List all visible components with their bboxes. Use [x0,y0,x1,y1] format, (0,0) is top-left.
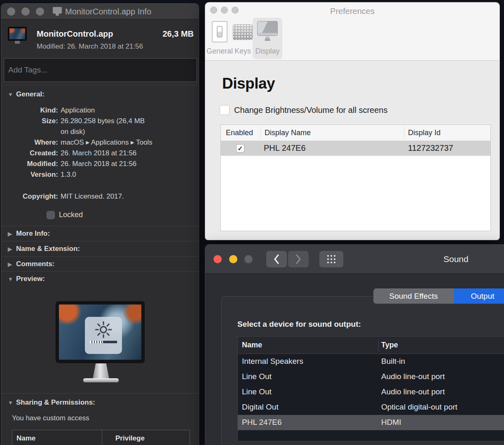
kv-label: Version: [1,169,58,180]
display-name-cell: PHL 247E6 [264,143,306,153]
brightness-osd [85,317,122,354]
info-titlebar: MonitorControl.app Info [1,4,199,19]
output-prompt: Select a device for sound output: [237,320,361,329]
locked-label: Locked [59,211,83,219]
output-table-header: Name Type [238,337,504,354]
app-modified-line: Modified: 26. March 2018 at 21:56 [37,42,143,51]
toolbar-item-display[interactable]: Display [253,18,282,59]
back-button[interactable] [266,251,287,267]
forward-button[interactable] [288,251,309,267]
tab-sound-effects[interactable]: Sound Effects [373,288,454,304]
column-divider [378,339,379,352]
divider [1,393,199,393]
device-type-cell: Built-in [381,357,405,366]
brightness-sun-icon [95,321,112,338]
tab-output[interactable]: Output [454,288,504,304]
kv-value: MIT Licensed. 2017. [61,191,124,202]
table-row[interactable]: Digital Out Optical digital-out port [238,400,504,415]
table-row-selected[interactable]: PHL 247E6 HDMI [238,415,504,430]
kv-row-where: Where:macOS ▸ Applications ▸ Tools [1,137,195,148]
all-screens-checkbox[interactable] [220,105,230,115]
general-details: Kind:Application Size:26.280.258 bytes (… [1,105,195,180]
sound-window: Sound Sound Effects Output Select a devi… [205,244,504,445]
divider [1,256,199,257]
device-name-cell: Line Out [242,387,272,396]
preview-monitor-stand [93,363,109,379]
kv-label: Modified: [1,159,58,169]
divider [1,85,199,85]
minimize-button[interactable] [21,7,30,16]
zoom-button[interactable] [244,255,253,263]
kv-label: Where: [1,137,58,148]
section-name-extension[interactable]: ▶Name & Extension: [8,245,80,253]
kv-row-modified: Modified:26. March 2018 at 21:56 [1,159,195,169]
app-icon [8,27,27,41]
kv-label: Size: [1,116,58,137]
app-size: 26,3 MB [162,29,194,39]
disclosure-open-icon[interactable]: ▼ [8,400,16,406]
device-type-cell: Audio line-out port [381,387,445,396]
kv-label: Kind: [1,105,58,116]
close-button[interactable] [7,7,15,16]
preferences-toolbar: Preferences General Keys Display [205,2,499,61]
column-divider [404,126,404,139]
zoom-button[interactable] [36,7,44,16]
permissions-column-name: Name [16,434,35,443]
brightness-progress-fill [90,341,103,343]
kv-value: Application [61,105,95,116]
get-info-window: MonitorControl.app Info MonitorControl.a… [1,3,199,445]
window-app-icon [53,7,62,14]
custom-access-note: You have custom access [12,414,89,422]
section-label: Sharing & Permissions: [16,398,95,406]
permissions-table: Name Privilege [12,430,190,445]
preview-monitor-screen [59,304,141,360]
preview-monitor-image [56,301,145,363]
table-row[interactable]: ✓ PHL 247E6 1127232737 [221,141,490,156]
minimize-button[interactable] [229,255,237,263]
column-display-name: Display Name [265,129,311,137]
section-sharing-permissions[interactable]: ▼Sharing & Permissions: [8,398,95,407]
permissions-column-privilege: Privilege [115,434,145,443]
section-label: Comments: [16,260,55,268]
disclosure-closed-icon[interactable]: ▶ [8,261,16,267]
disclosure-open-icon[interactable]: ▼ [8,276,16,282]
enabled-checkbox[interactable]: ✓ [236,144,244,152]
keyboard-icon [233,24,253,40]
section-comments[interactable]: ▶Comments: [8,260,55,268]
device-type-cell: Optical digital-out port [381,403,457,412]
device-type-cell: Audio line-out port [381,372,445,381]
device-name-cell: Digital Out [242,403,279,412]
disclosure-open-icon[interactable]: ▼ [8,91,16,98]
window-title: MonitorControl.app Info [65,4,151,19]
locked-checkbox[interactable] [47,211,55,219]
section-label: More Info: [16,230,50,237]
kv-label: Created: [1,148,58,159]
light-switch-knob [217,26,223,37]
show-all-button[interactable] [319,251,343,267]
kv-row-created: Created:26. March 2018 at 21:56 [1,148,195,159]
section-general-label: General: [16,90,45,98]
section-label: Name & Extension: [16,245,80,253]
disclosure-closed-icon[interactable]: ▶ [8,231,16,237]
add-tags-input[interactable] [4,58,197,82]
table-row[interactable]: Line Out Audio line-out port [238,369,504,384]
chevron-right-icon [295,254,302,265]
section-general[interactable]: ▼General: [8,90,45,98]
divider [1,226,199,226]
chevron-left-icon [273,254,280,265]
preview-monitor-base [83,378,119,382]
copyright-row: Copyright:MIT Licensed. 2017. [1,191,195,202]
section-preview[interactable]: ▼Preview: [8,275,45,283]
table-row[interactable]: Line Out Audio line-out port [238,384,504,400]
section-more-info[interactable]: ▶More Info: [8,230,50,238]
close-button[interactable] [213,255,222,263]
divider [1,241,199,241]
table-row[interactable]: Internal Speakers Built-in [238,354,504,369]
app-icon-screen [9,28,25,39]
display-id-cell: 1127232737 [408,143,453,153]
column-display-id: Display Id [408,129,441,137]
kv-value: 1.3.0 [61,169,76,180]
disclosure-closed-icon[interactable]: ▶ [8,246,16,252]
column-name: Name [242,341,262,349]
column-type: Type [381,341,398,349]
